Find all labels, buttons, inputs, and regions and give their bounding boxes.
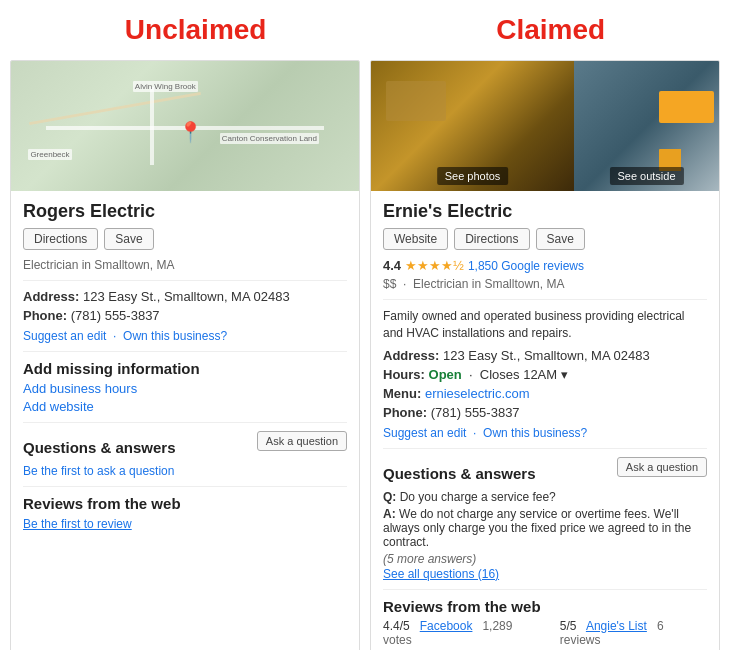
ask-question-button[interactable]: Ask a question [257, 431, 347, 451]
suggest-edit-link[interactable]: Suggest an edit [23, 329, 106, 343]
map-pin: 📍 [178, 120, 203, 144]
address-value-claimed: 123 Easy St., Smalltown, MA 02483 [443, 348, 650, 363]
map-label-3: Greenbeck [28, 149, 71, 160]
review-item-0: 4.4/5 Facebook 1,289 votes [383, 619, 544, 647]
phone-value-claimed: (781) 555-3837 [431, 405, 520, 420]
reviews-heading-claimed: Reviews from the web [383, 598, 707, 615]
hours-line: Hours: Open · Closes 12AM ▾ [383, 367, 707, 382]
review-count-link[interactable]: 1,850 Google reviews [468, 259, 584, 273]
stars: ★★★★½ [405, 258, 464, 273]
suggest-edit-row-claimed: Suggest an edit · Own this business? [383, 426, 707, 440]
see-outside-label[interactable]: See outside [609, 167, 683, 185]
reviews-heading: Reviews from the web [23, 495, 347, 512]
menu-line: Menu: ernieselectric.com [383, 386, 707, 401]
save-button[interactable]: Save [104, 228, 153, 250]
qa-section-claimed: Questions & answers Ask a question Q: Do… [383, 457, 707, 581]
be-first-review-link[interactable]: Be the first to review [23, 517, 132, 531]
reviews-row: 4.4/5 Facebook 1,289 votes 5/5 Angie's L… [383, 619, 707, 647]
unclaimed-heading: Unclaimed [125, 6, 267, 50]
review-rating-0: 4.4/5 [383, 619, 410, 633]
add-info-heading: Add missing information [23, 360, 347, 377]
add-hours-link[interactable]: Add business hours [23, 381, 347, 396]
hours-close[interactable]: Closes 12AM ▾ [480, 367, 568, 382]
address-label-claimed: Address: [383, 348, 439, 363]
qa-question-text: Do you charge a service fee? [400, 490, 556, 504]
reviews-section-claimed: Reviews from the web 4.4/5 Facebook 1,28… [383, 598, 707, 647]
qa-a-label: A: [383, 507, 396, 521]
map-area[interactable]: Alvin Wing Brook Canton Conservation Lan… [11, 61, 359, 191]
phone-label: Phone: [23, 308, 67, 323]
directions-button-claimed[interactable]: Directions [454, 228, 529, 250]
menu-label: Menu: [383, 386, 421, 401]
qa-heading: Questions & answers [23, 439, 176, 456]
rating-row: 4.4 ★★★★½ 1,850 Google reviews [383, 258, 707, 273]
directions-button[interactable]: Directions [23, 228, 98, 250]
review-source-1[interactable]: Angie's List [586, 619, 647, 633]
website-button[interactable]: Website [383, 228, 448, 250]
category-text: Electrician in Smalltown, MA [23, 258, 347, 272]
address-line: Address: 123 Easy St., Smalltown, MA 024… [23, 289, 347, 304]
suggest-edit-row: Suggest an edit · Own this business? [23, 329, 347, 343]
qa-question: Q: Do you charge a service fee? [383, 490, 707, 504]
photo-exterior[interactable]: See outside [574, 61, 719, 191]
price-symbol: $$ [383, 277, 396, 291]
hours-label: Hours: [383, 367, 425, 382]
own-business-link-claimed[interactable]: Own this business? [483, 426, 587, 440]
qa-answer: A: We do not charge any service or overt… [383, 507, 707, 549]
business-name: Rogers Electric [23, 201, 347, 222]
photos-area: See photos See outside [371, 61, 719, 191]
phone-value: (781) 555-3837 [71, 308, 160, 323]
qa-section: Questions & answers Ask a question Be th… [23, 431, 347, 478]
claimed-panel: See photos See outside Ernie's Electric … [370, 60, 720, 650]
hours-status: Open [429, 367, 462, 382]
qa-see-all-link[interactable]: See all questions (16) [383, 567, 499, 581]
save-button-claimed[interactable]: Save [536, 228, 585, 250]
review-source-0[interactable]: Facebook [420, 619, 473, 633]
qa-heading-claimed: Questions & answers [383, 465, 536, 482]
review-item-1: 5/5 Angie's List 6 reviews [560, 619, 707, 647]
phone-line: Phone: (781) 555-3837 [23, 308, 347, 323]
business-name-claimed: Ernie's Electric [383, 201, 707, 222]
qa-q-label: Q: [383, 490, 396, 504]
rating-number: 4.4 [383, 258, 401, 273]
address-label: Address: [23, 289, 79, 304]
phone-label-claimed: Phone: [383, 405, 427, 420]
qa-answer-text: We do not charge any service or overtime… [383, 507, 691, 549]
description: Family owned and operated business provi… [383, 308, 707, 342]
suggest-edit-link-claimed[interactable]: Suggest an edit [383, 426, 466, 440]
photo-interior[interactable]: See photos [371, 61, 574, 191]
ask-question-button-claimed[interactable]: Ask a question [617, 457, 707, 477]
own-business-link[interactable]: Own this business? [123, 329, 227, 343]
add-website-link[interactable]: Add website [23, 399, 347, 414]
phone-line-claimed: Phone: (781) 555-3837 [383, 405, 707, 420]
map-label-1: Alvin Wing Brook [133, 81, 198, 92]
see-photos-label[interactable]: See photos [437, 167, 509, 185]
action-buttons: Directions Save [23, 228, 347, 250]
address-line-claimed: Address: 123 Easy St., Smalltown, MA 024… [383, 348, 707, 363]
action-buttons-claimed: Website Directions Save [383, 228, 707, 250]
qa-more: (5 more answers) [383, 552, 707, 566]
map-label-2: Canton Conservation Land [220, 133, 319, 144]
qa-placeholder[interactable]: Be the first to ask a question [23, 464, 347, 478]
address-value: 123 Easy St., Smalltown, MA 02483 [83, 289, 290, 304]
review-rating-1: 5/5 [560, 619, 577, 633]
reviews-section: Reviews from the web Be the first to rev… [23, 495, 347, 531]
claimed-heading: Claimed [496, 6, 605, 50]
category-claimed: Electrician in Smalltown, MA [413, 277, 564, 291]
price-category: $$ · Electrician in Smalltown, MA [383, 277, 707, 291]
menu-link[interactable]: ernieselectric.com [425, 386, 530, 401]
unclaimed-panel: Alvin Wing Brook Canton Conservation Lan… [10, 60, 360, 650]
